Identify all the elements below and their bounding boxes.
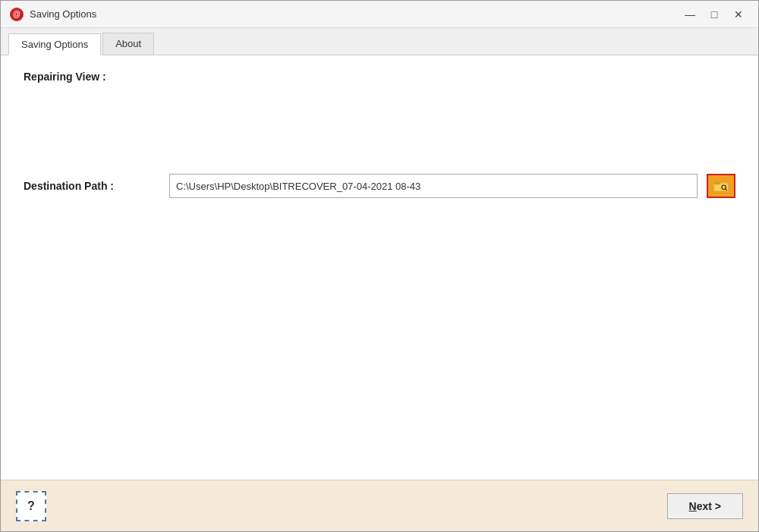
close-button[interactable]: ✕ <box>728 6 749 23</box>
browse-button[interactable] <box>707 174 735 198</box>
footer-bar: ? Next > <box>1 480 758 531</box>
app-icon: @ <box>10 8 24 21</box>
tab-saving-options[interactable]: Saving Options <box>8 33 101 55</box>
folder-search-icon <box>713 178 729 194</box>
svg-rect-3 <box>714 182 720 185</box>
next-button[interactable]: Next > <box>667 493 743 519</box>
maximize-button[interactable]: □ <box>704 6 725 23</box>
repairing-view-label: Repairing View : <box>24 71 106 83</box>
next-label: Next > <box>689 500 721 512</box>
main-window: @ Saving Options — □ ✕ Saving Options Ab… <box>0 0 759 532</box>
destination-path-input[interactable] <box>169 174 698 198</box>
help-button[interactable]: ? <box>16 491 46 521</box>
title-bar: @ Saving Options — □ ✕ <box>1 1 758 28</box>
repairing-view-section: Repairing View : <box>24 71 735 83</box>
destination-path-section: Destination Path : <box>24 174 735 198</box>
window-title: Saving Options <box>30 8 96 20</box>
tab-about[interactable]: About <box>102 33 154 55</box>
title-bar-left: @ Saving Options <box>10 8 96 21</box>
destination-path-label: Destination Path : <box>24 180 160 192</box>
minimize-button[interactable]: — <box>679 6 701 23</box>
content-area: Repairing View : Destination Path : <box>1 55 758 480</box>
title-bar-controls: — □ ✕ <box>679 6 749 23</box>
tab-bar: Saving Options About <box>1 28 758 55</box>
